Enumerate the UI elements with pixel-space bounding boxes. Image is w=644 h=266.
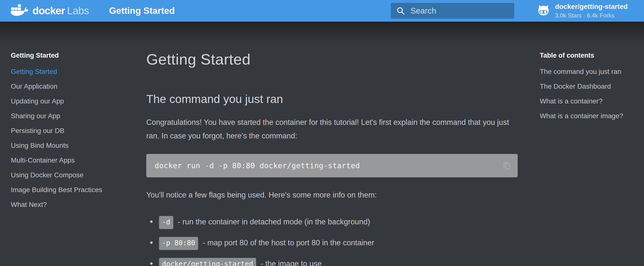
sidebar-item-our-application[interactable]: Our Application [11,82,135,90]
github-octocat-icon [537,4,550,18]
toc-item-what-is-a-container-image[interactable]: What is a container image? [540,112,633,120]
sidebar-item-updating-our-app[interactable]: Updating our App [11,97,135,105]
search-input[interactable] [410,6,509,16]
document-title: Getting Started [146,52,518,67]
app-header: docker Labs Getting Started docker/getti… [0,0,644,22]
search-box[interactable] [391,3,514,19]
flags-list: -d - run the container in detached mode … [146,216,518,266]
brand-suffix: Labs [67,5,89,17]
inline-code: -p 80:80 [159,237,198,250]
inline-code: -d [159,216,173,229]
list-item: -p 80:80 - map port 80 of the host to po… [159,237,518,250]
search-icon [396,7,405,15]
sidebar-item-using-docker-compose[interactable]: Using Docker Compose [11,171,135,179]
list-item-text: - the image to use [261,259,322,266]
code-block: docker run -d -p 80:80 docker/getting-st… [146,154,518,177]
list-item: -d - run the container in detached mode … [159,216,518,229]
sidebar-item-sharing-our-app[interactable]: Sharing our App [11,112,135,120]
repo-link[interactable]: docker/getting-started 3.0k Stars · 6.4k… [537,3,635,19]
intro-paragraph: Congratulations! You have started the co… [146,115,518,143]
brand-name: docker [32,5,65,17]
content-copy-icon [502,169,512,172]
flags-intro-paragraph: You'll notice a few flags being used. He… [146,188,518,202]
docker-whale-icon [10,4,30,18]
toc-title: Table of contents [540,52,633,59]
table-of-contents: Table of contents The command you just r… [540,52,633,266]
repo-name: docker/getting-started [555,3,628,11]
sidebar-item-using-bind-mounts[interactable]: Using Bind Mounts [11,141,135,150]
sidebar-section-title: Getting Started [11,52,135,59]
page-title: Getting Started [109,6,175,16]
main-content: Getting Started The command you just ran… [146,52,518,266]
sidebar-nav: Getting Started Getting Started Our Appl… [11,52,135,266]
list-item-text: - run the container in detached mode (in… [178,217,370,226]
sidebar-item-image-building-best-practices[interactable]: Image Building Best Practices [11,186,135,194]
list-item-text: - map port 80 of the host to port 80 in … [202,238,374,247]
list-item: docker/getting-started - the image to us… [159,258,518,266]
sidebar-item-persisting-our-db[interactable]: Persisting our DB [11,126,135,135]
sidebar-item-what-next[interactable]: What Next? [11,200,135,209]
inline-code: docker/getting-started [159,258,256,266]
home-link[interactable]: docker Labs [10,4,89,18]
sidebar-item-getting-started[interactable]: Getting Started [11,67,135,76]
toc-item-what-is-a-container[interactable]: What is a container? [540,97,633,105]
page-body: Getting Started Getting Started Our Appl… [0,22,644,266]
code-text: docker run -d -p 80:80 docker/getting-st… [154,161,360,170]
copy-button[interactable] [502,160,512,171]
repo-stats: 3.0k Stars · 6.4k Forks [555,12,628,19]
toc-item-the-docker-dashboard[interactable]: The Docker Dashboard [540,82,633,90]
sidebar-item-multi-container-apps[interactable]: Multi-Container Apps [11,156,135,164]
toc-item-the-command-you-just-ran[interactable]: The command you just ran [540,67,633,76]
section-heading: The command you just ran [146,93,518,105]
